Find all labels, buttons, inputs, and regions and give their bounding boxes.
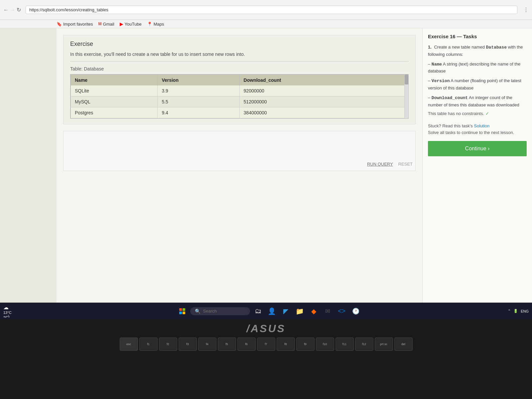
key-f1-label: f1 xyxy=(147,342,150,346)
windows-taskbar: ☁ 13°C ناحیه 🔍 🗂 👤 ◤ 📁 ◆ ✉ <> 🕐 ⌃ 🔋 ENG xyxy=(0,303,532,319)
taskbar-icon-edge[interactable]: ◤ xyxy=(280,305,292,317)
key-f2-label: f2 xyxy=(167,342,169,346)
weather-widget: ☁ 13°C ناحیه xyxy=(3,304,27,318)
exercise-title: Exercise xyxy=(70,41,409,48)
favorites-gmail-label: Gmail xyxy=(103,22,114,27)
asus-logo: /ASUS xyxy=(246,323,286,335)
table-name-bold: Database xyxy=(486,45,507,50)
key-f8-label: f8 xyxy=(284,342,287,346)
col-download-header: Download_count xyxy=(239,75,408,86)
windows-start-button[interactable] xyxy=(176,305,188,317)
run-query-button[interactable]: RUN QUERY xyxy=(364,160,396,168)
table-row: MySQL 5.5 512000000 xyxy=(71,96,408,107)
cell-version: 9.4 xyxy=(158,107,239,118)
key-f11[interactable]: f11 xyxy=(335,337,354,351)
col-name-bold: Name xyxy=(432,62,442,67)
task-constraint: This table has no constraints. ✓ xyxy=(428,111,527,116)
key-f8[interactable]: f8 xyxy=(277,337,295,351)
youtube-icon: ▶ xyxy=(120,21,123,27)
main-content: Exercise In this exercise, you'll need t… xyxy=(57,28,422,316)
key-f1[interactable]: f1 xyxy=(139,337,158,351)
taskbar-icon-folder[interactable]: 📁 xyxy=(294,305,306,317)
data-table: Name Version Download_count SQLite 3.9 9… xyxy=(70,74,408,118)
key-f10[interactable]: f10 xyxy=(316,337,334,351)
taskbar-icon-browser[interactable]: ◆ xyxy=(308,305,320,317)
favorites-gmail[interactable]: M Gmail xyxy=(98,22,114,27)
key-prtsc[interactable]: prt sc xyxy=(375,337,393,351)
address-bar[interactable]: https://sqlbolt.com/lesson/creating_tabl… xyxy=(26,6,517,14)
task-column-download: – Download_count An integer count of the… xyxy=(428,94,527,109)
taskbar-icon-clock[interactable]: 🕐 xyxy=(350,305,362,317)
taskbar-search-input[interactable] xyxy=(203,309,243,314)
table-wrapper: Name Version Download_count SQLite 3.9 9… xyxy=(70,74,409,119)
key-f4-label: f4 xyxy=(206,342,208,346)
cell-download: 384000000 xyxy=(239,107,408,118)
solution-link[interactable]: Solution xyxy=(474,123,489,128)
key-f11-label: f11 xyxy=(342,342,347,346)
editor-buttons: RUN QUERY RESET xyxy=(364,160,413,168)
browser-settings-icon[interactable]: ⋮ xyxy=(523,7,529,13)
weather-location: ناحیه xyxy=(3,315,10,318)
key-esc[interactable]: esc xyxy=(120,337,138,351)
right-panel: Exercise 16 — Tasks 1. Create a new tabl… xyxy=(422,28,532,316)
windows-quad-3 xyxy=(179,312,182,314)
keyboard-row: esc f1 f2 f3 f4 f5 f6 f7 f8 f9 f10 xyxy=(120,337,413,351)
windows-quad-2 xyxy=(183,308,185,311)
favorites-youtube[interactable]: ▶ YouTube xyxy=(120,21,142,27)
favorites-import-label: Import favorites xyxy=(63,22,93,27)
taskbar-search-bar[interactable]: 🔍 xyxy=(190,307,250,315)
nav-refresh-icon[interactable]: ↻ xyxy=(17,7,21,13)
key-f12-label: f12 xyxy=(362,342,366,346)
key-f3-label: f3 xyxy=(186,342,189,346)
laptop-bottom: /ASUS esc f1 f2 f3 f4 f5 f6 f7 f8 f9 xyxy=(0,319,532,399)
continue-button[interactable]: Continue › xyxy=(428,141,527,156)
key-del-label: del xyxy=(401,342,405,346)
taskbar-center: 🔍 🗂 👤 ◤ 📁 ◆ ✉ <> 🕐 xyxy=(33,305,505,317)
key-f3[interactable]: f3 xyxy=(179,337,197,351)
favorites-maps[interactable]: 📍 Maps xyxy=(147,22,164,27)
taskbar-icon-files[interactable]: 🗂 xyxy=(252,305,264,317)
favorites-import[interactable]: 🔖 Import favorites xyxy=(57,22,93,27)
cell-download: 92000000 xyxy=(239,85,408,96)
key-f2[interactable]: f2 xyxy=(159,337,177,351)
task-number: 1. xyxy=(428,45,432,50)
key-del[interactable]: del xyxy=(394,337,413,351)
table-scrollbar[interactable] xyxy=(404,74,408,118)
browser-content: Exercise In this exercise, you'll need t… xyxy=(0,28,532,316)
taskbar-icon-code[interactable]: <> xyxy=(336,305,348,317)
cell-version: 3.9 xyxy=(158,85,239,96)
key-f7-label: f7 xyxy=(265,342,267,346)
search-icon: 🔍 xyxy=(195,309,200,314)
key-f5[interactable]: f5 xyxy=(218,337,236,351)
key-f12[interactable]: f12 xyxy=(355,337,373,351)
windows-icon xyxy=(179,308,185,314)
taskbar-icon-user[interactable]: 👤 xyxy=(266,305,278,317)
nav-forward-icon[interactable]: → xyxy=(10,7,15,13)
col-download-bold: Download_count xyxy=(432,95,468,100)
taskbar-chevron-icon[interactable]: ⌃ xyxy=(508,309,511,313)
windows-quad-4 xyxy=(183,312,185,314)
favorites-maps-label: Maps xyxy=(154,22,164,27)
table-header-row: Name Version Download_count xyxy=(71,75,408,86)
sql-editor[interactable]: RUN QUERY RESET xyxy=(63,131,416,171)
key-f4[interactable]: f4 xyxy=(198,337,216,351)
cell-name: SQLite xyxy=(71,85,158,96)
exercise-box: Exercise In this exercise, you'll need t… xyxy=(63,35,416,124)
key-f9[interactable]: f9 xyxy=(296,337,315,351)
cell-download: 512000000 xyxy=(239,96,408,107)
table-body: SQLite 3.9 92000000 MySQL 5.5 512000000 … xyxy=(71,85,408,118)
gmail-icon: M xyxy=(98,22,102,26)
key-f6[interactable]: f6 xyxy=(237,337,256,351)
windows-quad-1 xyxy=(179,308,182,311)
key-f10-label: f10 xyxy=(323,342,327,346)
reset-button[interactable]: RESET xyxy=(398,160,413,168)
nav-back-icon[interactable]: ← xyxy=(3,7,9,13)
taskbar-icon-mail[interactable]: ✉ xyxy=(322,305,334,317)
favorites-bar: 🔖 Import favorites M Gmail ▶ YouTube 📍 M… xyxy=(0,20,532,28)
favorites-youtube-label: YouTube xyxy=(125,22,142,27)
cell-name: Postgres xyxy=(71,107,158,118)
table-header: Name Version Download_count xyxy=(71,75,408,86)
table-label: Table: Database xyxy=(70,66,409,71)
key-f7[interactable]: f7 xyxy=(257,337,275,351)
weather-icon: ☁ xyxy=(3,304,9,311)
